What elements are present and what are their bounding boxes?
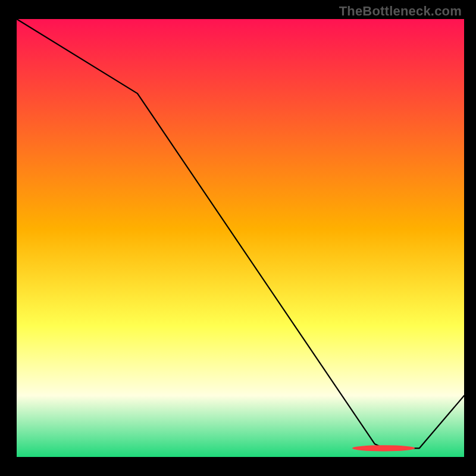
bottleneck-chart	[0, 0, 476, 476]
optimal-point-marker	[352, 445, 415, 451]
chart-container: TheBottleneck.com	[0, 0, 476, 476]
plot-background	[17, 19, 464, 457]
